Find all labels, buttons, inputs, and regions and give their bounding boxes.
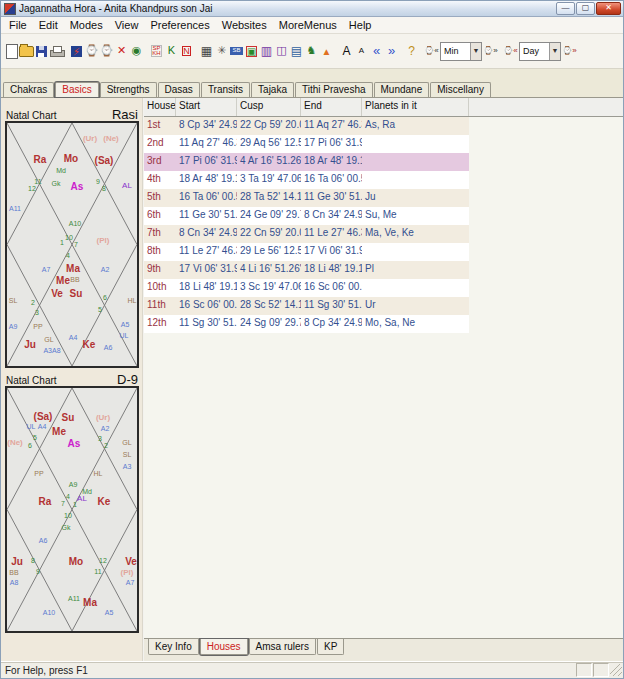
menu-help[interactable]: Help: [343, 19, 378, 31]
frame-icon[interactable]: ▣: [244, 40, 259, 62]
tab-mundane[interactable]: Mundane: [374, 82, 430, 97]
column-header-cusp[interactable]: Cusp: [237, 98, 301, 116]
maximize-button[interactable]: ▢: [576, 2, 595, 15]
menu-view[interactable]: View: [109, 19, 145, 31]
menu-moremenus[interactable]: MoreMenus: [273, 19, 343, 31]
print-icon[interactable]: [49, 40, 64, 62]
cell-val: 22 Cn 59' 20.08": [237, 225, 301, 243]
table-row-9th[interactable]: 9th17 Vi 06' 31.90"4 Li 16' 51.26"18 Li …: [144, 261, 469, 279]
bottom-tab-kp[interactable]: KP: [317, 639, 344, 655]
prev-view-icon[interactable]: «: [369, 40, 384, 62]
table-row-12th[interactable]: 12th11 Sg 30' 51.90"24 Sg 09' 29.71"8 Cp…: [144, 315, 469, 333]
table-row-7th[interactable]: 7th8 Cn 34' 24.90"22 Cn 59' 20.08"11 Le …: [144, 225, 469, 243]
tab-tajaka[interactable]: Tajaka: [251, 82, 294, 97]
menu-websites[interactable]: Websites: [216, 19, 273, 31]
figure-icon[interactable]: ♞: [304, 40, 319, 62]
chart2-title: Natal Chart: [6, 375, 117, 386]
time-step-dropdown[interactable]: Min▼: [440, 42, 482, 61]
table-grid-icon[interactable]: ▦: [199, 40, 214, 62]
time-back-icon[interactable]: ⌚«: [424, 40, 439, 62]
menu-preferences[interactable]: Preferences: [144, 19, 215, 31]
menu-file[interactable]: File: [3, 19, 33, 31]
chart-label-7: 7: [61, 500, 65, 507]
column-header-planets-in-it[interactable]: Planets in it: [362, 98, 469, 116]
k-icon[interactable]: K: [164, 40, 179, 62]
day-back-icon[interactable]: ⌚«: [503, 40, 518, 62]
star-wheel-icon[interactable]: ✳: [214, 40, 229, 62]
data-clock-icon[interactable]: ⌚: [84, 40, 99, 62]
bottom-tab-houses[interactable]: Houses: [200, 639, 248, 655]
cell-planets: [362, 279, 469, 297]
table-row-8th[interactable]: 8th11 Le 27' 46.31"29 Le 56' 12.54"17 Vi…: [144, 243, 469, 261]
chart-label-ma: Ma: [83, 597, 97, 608]
bottom-tab-amsa-rulers[interactable]: Amsa rulers: [249, 639, 316, 655]
table-row-10th[interactable]: 10th18 Li 48' 19.16"3 Sc 19' 47.06"16 Sc…: [144, 279, 469, 297]
bottom-tab-key-info[interactable]: Key Info: [148, 639, 199, 655]
resize-grip[interactable]: [610, 664, 622, 676]
reset-time-icon[interactable]: ⌚: [99, 40, 114, 62]
sp-kh-icon[interactable]: SP KH: [149, 40, 164, 62]
cell-house: 6th: [144, 207, 176, 225]
cell-val: 11 Sg 30' 51.90": [301, 297, 362, 315]
chart-label-ur: (Ur): [83, 134, 97, 143]
app-icon: [4, 3, 16, 15]
data-clock-icon: ⌚: [85, 46, 99, 56]
chevron-down-icon[interactable]: ▼: [470, 43, 481, 60]
column-header-start[interactable]: Start: [176, 98, 237, 116]
chart-label-a7: A7: [126, 579, 135, 586]
day-fwd-icon[interactable]: ⌚»: [562, 40, 577, 62]
cell-val: 16 Sc 06' 00.58": [301, 279, 362, 297]
cell-house: 5th: [144, 189, 176, 207]
transfer-icon[interactable]: ✕: [114, 40, 129, 62]
tab-miscellany[interactable]: Miscellany: [430, 82, 491, 97]
column-header-house[interactable]: House: [144, 98, 176, 116]
tab-transits[interactable]: Transits: [201, 82, 250, 97]
globe-icon[interactable]: ◉: [129, 40, 144, 62]
n-icon[interactable]: N: [179, 40, 194, 62]
day-step-dropdown[interactable]: Day▼: [519, 42, 561, 61]
tab-strengths[interactable]: Strengths: [100, 82, 157, 97]
book-icon[interactable]: ▤: [289, 40, 304, 62]
chart-label-11: 11: [34, 178, 41, 185]
table-row-5th[interactable]: 5th16 Ta 06' 00.58"28 Ta 52' 14.10"11 Ge…: [144, 189, 469, 207]
cell-val: 4 Li 16' 51.26": [237, 261, 301, 279]
rasi-chart[interactable]: (Ur)(Ne)RaMo(Sa)MdGkAs111298ALA11A101017…: [5, 121, 139, 368]
font-small-icon[interactable]: A: [354, 40, 369, 62]
houses-table: 1st8 Cp 34' 24.90"22 Cp 59' 20.08"11 Aq …: [144, 117, 623, 638]
print-icon: [50, 46, 63, 56]
new-document-icon[interactable]: [4, 40, 19, 62]
lamp-icon[interactable]: ▲: [319, 40, 334, 62]
chart-label-2: 2: [104, 442, 108, 449]
people-icon[interactable]: ◫: [274, 40, 289, 62]
menu-modes[interactable]: Modes: [64, 19, 109, 31]
save-icon[interactable]: [34, 40, 49, 62]
birth-data-icon[interactable]: ⚡: [69, 40, 84, 62]
table-row-6th[interactable]: 6th11 Ge 30' 51.90"24 Ge 09' 29.71"8 Cn …: [144, 207, 469, 225]
tab-basics[interactable]: Basics: [55, 82, 98, 97]
table-row-11th[interactable]: 11th16 Sc 06' 00.58"28 Sc 52' 14.10"11 S…: [144, 297, 469, 315]
cell-planets: [362, 243, 469, 261]
time-fwd-icon[interactable]: ⌚»: [483, 40, 498, 62]
tab-chakras[interactable]: Chakras: [3, 82, 54, 97]
table-row-3rd[interactable]: 3rd17 Pi 06' 31.90"4 Ar 16' 51.26"18 Ar …: [144, 153, 469, 171]
menu-edit[interactable]: Edit: [33, 19, 64, 31]
tab-dasas[interactable]: Dasas: [158, 82, 200, 97]
next-view-icon[interactable]: »: [384, 40, 399, 62]
table-row-2nd[interactable]: 2nd11 Aq 27' 46.31"29 Aq 56' 12.54"17 Pi…: [144, 135, 469, 153]
tab-tithi-pravesha[interactable]: Tithi Pravesha: [295, 82, 373, 97]
new-document-icon: [6, 44, 18, 59]
font-large-icon[interactable]: A: [339, 40, 354, 62]
cell-planets: Mo, Sa, Ne: [362, 315, 469, 333]
minimize-button[interactable]: —: [556, 2, 575, 15]
sb-icon[interactable]: SB: [229, 40, 244, 62]
close-button[interactable]: ✕: [596, 2, 621, 15]
column-header-end[interactable]: End: [301, 98, 362, 116]
open-folder-icon[interactable]: [19, 40, 34, 62]
table-row-4th[interactable]: 4th18 Ar 48' 19.16"3 Ta 19' 47.06"16 Ta …: [144, 171, 469, 189]
window-title: Jagannatha Hora - Anita Khandpurs son Ja…: [19, 3, 556, 14]
d9-chart[interactable]: (Sa)ULA4SuMeAs(Ne)56(Ur)A232GLSLA3PPHLA9…: [5, 386, 139, 633]
table-row-1st[interactable]: 1st8 Cp 34' 24.90"22 Cp 59' 20.08"11 Aq …: [144, 117, 469, 135]
help-icon[interactable]: ?: [404, 40, 419, 62]
chevron-down-icon[interactable]: ▼: [549, 43, 560, 60]
grid-purple-icon[interactable]: ▥: [259, 40, 274, 62]
